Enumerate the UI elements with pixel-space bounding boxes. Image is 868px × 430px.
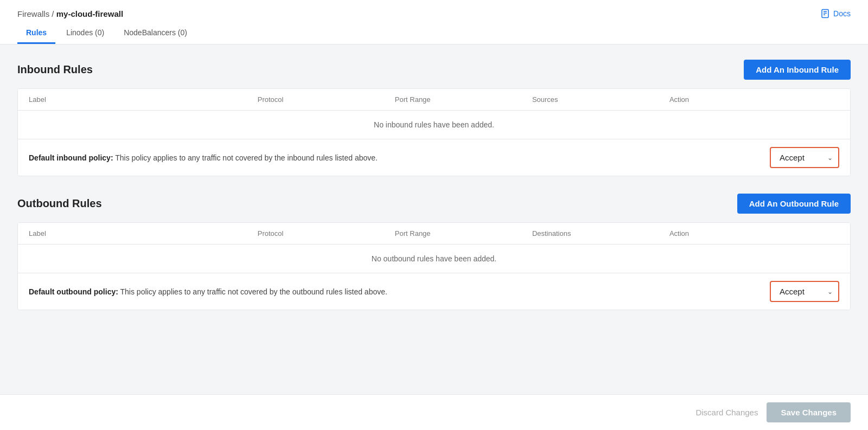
tabs-row: Rules Linodes (0) NodeBalancers (0) [17,23,851,44]
bottom-bar: Discard Changes Save Changes [0,394,868,430]
docs-icon [820,9,830,18]
inbound-empty-message: No inbound rules have been added. [18,111,850,139]
inbound-section-title: Inbound Rules [17,63,93,76]
outbound-policy-select[interactable]: Accept Drop [772,283,837,300]
inbound-table: Label Protocol Port Range Sources Action… [17,88,851,176]
outbound-section: Outbound Rules Add An Outbound Rule Labe… [17,194,851,310]
outbound-col-actions [807,229,839,238]
breadcrumb-parent[interactable]: Firewalls [17,9,49,18]
save-changes-button: Save Changes [767,402,851,422]
tab-rules[interactable]: Rules [17,23,55,44]
outbound-section-title: Outbound Rules [17,197,102,210]
inbound-policy-select[interactable]: Accept Drop [772,149,837,166]
inbound-policy-select-wrapper: Accept Drop ⌄ [770,147,839,168]
inbound-col-portrange: Port Range [395,95,532,104]
outbound-table: Label Protocol Port Range Destinations A… [17,222,851,310]
outbound-empty-message: No outbound rules have been added. [18,245,850,273]
inbound-policy-description: This policy applies to any traffic not c… [113,153,378,162]
breadcrumb-current: my-cloud-firewall [56,9,123,18]
tab-linodes[interactable]: Linodes (0) [58,23,113,44]
outbound-col-protocol: Protocol [258,229,395,238]
outbound-policy-description: This policy applies to any traffic not c… [118,287,387,296]
outbound-col-destinations: Destinations [532,229,669,238]
inbound-policy-text: Default inbound policy: This policy appl… [29,153,770,162]
outbound-col-portrange: Port Range [395,229,532,238]
outbound-col-action: Action [669,229,807,238]
inbound-table-header: Label Protocol Port Range Sources Action [18,89,850,111]
inbound-col-label: Label [29,95,258,104]
page-wrapper: Firewalls / my-cloud-firewall Docs Rules… [0,0,868,430]
breadcrumb-row: Firewalls / my-cloud-firewall Docs [17,0,851,23]
content-area: Inbound Rules Add An Inbound Rule Label … [0,44,868,371]
inbound-col-protocol: Protocol [258,95,395,104]
outbound-policy-row: Default outbound policy: This policy app… [18,273,850,310]
outbound-policy-text: Default outbound policy: This policy app… [29,287,770,296]
outbound-col-label: Label [29,229,258,238]
docs-link[interactable]: Docs [820,9,851,18]
inbound-col-action: Action [669,95,807,104]
tab-nodebalancers[interactable]: NodeBalancers (0) [115,23,196,44]
breadcrumb: Firewalls / my-cloud-firewall [17,9,123,18]
add-outbound-rule-button[interactable]: Add An Outbound Rule [737,194,851,214]
inbound-section-header: Inbound Rules Add An Inbound Rule [17,60,851,80]
outbound-section-header: Outbound Rules Add An Outbound Rule [17,194,851,214]
inbound-col-sources: Sources [532,95,669,104]
outbound-policy-label: Default outbound policy: [29,287,118,296]
inbound-col-actions [807,95,839,104]
breadcrumb-separator: / [52,9,56,18]
add-inbound-rule-button[interactable]: Add An Inbound Rule [744,60,851,80]
top-bar: Firewalls / my-cloud-firewall Docs Rules… [0,0,868,44]
docs-label: Docs [833,9,851,18]
outbound-table-header: Label Protocol Port Range Destinations A… [18,223,850,245]
discard-changes-button: Discard Changes [695,408,758,417]
inbound-policy-label: Default inbound policy: [29,153,113,162]
inbound-section: Inbound Rules Add An Inbound Rule Label … [17,60,851,176]
outbound-policy-select-wrapper: Accept Drop ⌄ [770,281,839,302]
inbound-policy-row: Default inbound policy: This policy appl… [18,139,850,176]
